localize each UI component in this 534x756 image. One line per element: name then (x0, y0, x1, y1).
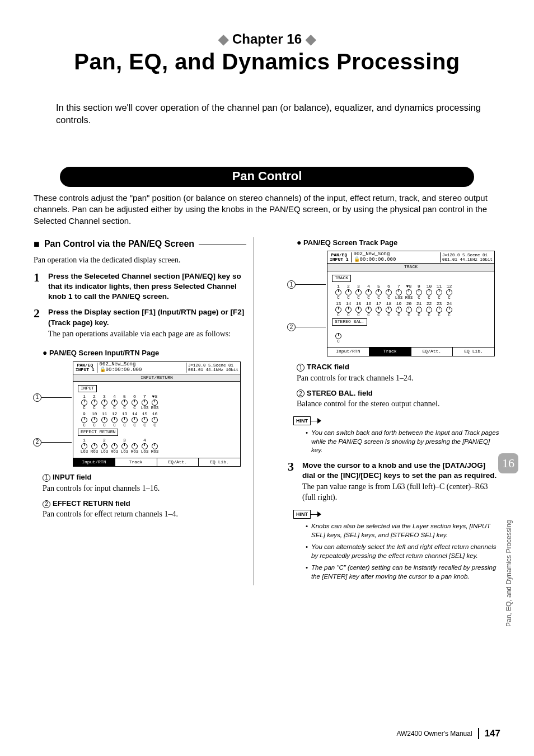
field-stereo-bal: 2STEREO BAL. field (297, 388, 500, 398)
left-column: ■ Pan Control via the PAN/EQ Screen Pan … (34, 237, 246, 586)
column-divider (254, 237, 254, 586)
footer-divider (478, 728, 479, 739)
hint-tag: HINT (293, 510, 311, 519)
subhead-description: Pan operation via the dedicated display … (34, 255, 246, 266)
bullet-icon: ● (43, 348, 47, 357)
side-tab: 16 Pan, EQ, and Dynamics Processing (497, 453, 518, 655)
subheading: ■ Pan Control via the PAN/EQ Screen (34, 237, 246, 251)
field-track: 1TRACK field (297, 362, 500, 372)
step-1: 1 Press the Seleceted Channel section [P… (34, 271, 246, 302)
chapter-label: ◆ Chapter 16 ◆ (34, 31, 500, 47)
step-2: 2 Press the Display section [F1] (Input/… (34, 307, 246, 339)
step-number: 3 (288, 461, 299, 503)
chapter-number-badge: 16 (498, 453, 518, 473)
diamond-icon: ◆ (306, 31, 316, 46)
screenshot-track: 1 2 PAN/EQINPUT 1 002_New_Song🔒00:00:00.… (327, 251, 495, 356)
intro-paragraph: In this section we'll cover operation of… (56, 101, 484, 126)
side-chapter-title: Pan, EQ, and Dynamics Processing (505, 481, 513, 627)
section-description: These controls adjust the "pan" position… (34, 192, 500, 227)
field-input: 1INPUT field (43, 472, 246, 482)
bullet-icon: ● (297, 238, 301, 247)
page-footer: AW2400 Owner's Manual 147 (396, 728, 500, 739)
diamond-icon: ◆ (218, 31, 228, 46)
hint-box-1: HINT You can switch back and forth betwe… (293, 415, 500, 455)
callout-2: 2 (33, 438, 72, 447)
field-effect-return: 2EFFECT RETURN field (43, 499, 246, 509)
section-header: Pan Control (34, 167, 500, 187)
step-number: 1 (34, 271, 45, 302)
right-column: ● PAN/EQ Screen Track Page 1 2 PAN/EQINP… (288, 237, 500, 586)
page-title: Pan, EQ, and Dynamics Processing (34, 49, 500, 74)
screenshot-input-rtn: 1 2 PAN/EQINPUT 1 002_New_Song🔒00:00:00.… (73, 361, 241, 467)
step-3: 3 Move the cursor to a knob and use the … (288, 461, 500, 503)
hint-tag: HINT (293, 416, 311, 425)
rule-line (199, 245, 246, 245)
hint-box-2: HINT Knobs can also be selected via the … (293, 509, 500, 581)
page-number: 147 (485, 728, 500, 739)
step-number: 2 (34, 307, 45, 339)
screenshot-caption: ● PAN/EQ Screen Input/RTN Page (43, 348, 246, 358)
square-icon: ■ (34, 237, 40, 251)
callout-1: 1 (33, 393, 72, 402)
callout-1: 1 (287, 280, 326, 289)
callout-2: 2 (287, 323, 326, 331)
screenshot-caption: ● PAN/EQ Screen Track Page (297, 237, 500, 248)
